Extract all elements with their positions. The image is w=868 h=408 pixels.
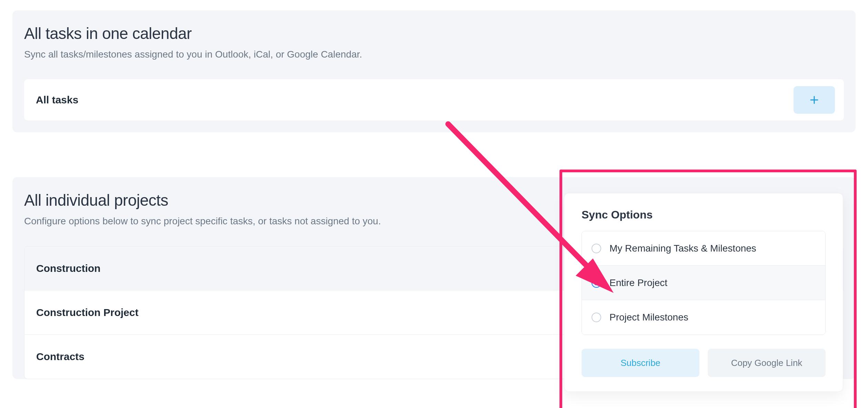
add-all-tasks-button[interactable] xyxy=(794,86,835,114)
all-tasks-title: All tasks in one calendar xyxy=(24,24,844,43)
all-tasks-row[interactable]: All tasks xyxy=(24,79,844,121)
sync-option-label: Entire Project xyxy=(609,277,667,288)
project-row-label: Contracts xyxy=(36,351,84,363)
copy-google-link-button[interactable]: Copy Google Link xyxy=(708,349,826,377)
sync-options-title: Sync Options xyxy=(582,208,826,221)
project-row-label: Construction Project xyxy=(36,307,139,318)
plus-icon xyxy=(809,95,819,105)
sync-options-popover: Sync Options My Remaining Tasks & Milest… xyxy=(564,193,843,392)
all-tasks-row-label: All tasks xyxy=(36,94,78,106)
all-tasks-row-list: All tasks xyxy=(24,79,844,121)
sync-options-radio-group: My Remaining Tasks & Milestones Entire P… xyxy=(582,231,826,335)
radio-icon xyxy=(592,244,601,253)
radio-icon xyxy=(592,278,601,288)
sync-option-label: My Remaining Tasks & Milestones xyxy=(609,243,756,254)
radio-icon xyxy=(592,313,601,322)
subscribe-button[interactable]: Subscribe xyxy=(582,349,699,377)
sync-option-label: Project Milestones xyxy=(609,312,688,323)
sync-option-entire-project[interactable]: Entire Project xyxy=(582,266,825,300)
sync-option-my-remaining[interactable]: My Remaining Tasks & Milestones xyxy=(582,231,825,266)
sync-option-project-milestones[interactable]: Project Milestones xyxy=(582,300,825,335)
all-tasks-subtitle: Sync all tasks/milestones assigned to yo… xyxy=(24,49,844,60)
sync-options-actions: Subscribe Copy Google Link xyxy=(582,349,826,377)
section-gap xyxy=(0,132,868,170)
page-root: All tasks in one calendar Sync all tasks… xyxy=(0,10,868,408)
all-tasks-section: All tasks in one calendar Sync all tasks… xyxy=(12,10,856,132)
project-row-label: Construction xyxy=(36,263,101,274)
